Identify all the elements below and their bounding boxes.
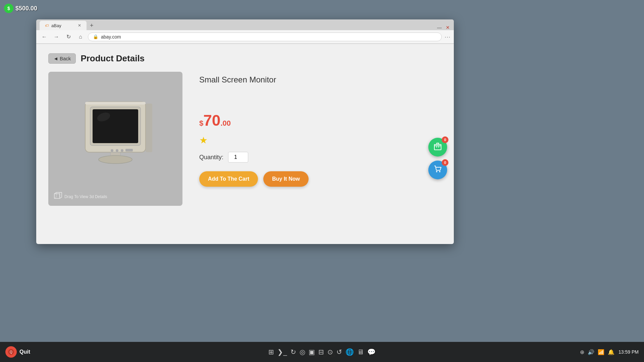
browser-nav-bar: ← → ↻ ⌂ 🔒 abay.com ⋯ xyxy=(36,30,454,44)
star-rating: ★ xyxy=(199,135,442,146)
home-button[interactable]: ⌂ xyxy=(76,32,85,42)
price-currency: $ xyxy=(199,119,203,127)
taskbar-left: Q Quit xyxy=(5,346,30,358)
tab-favicon: 🏷 xyxy=(45,23,49,27)
svg-point-4 xyxy=(111,149,113,152)
address-bar[interactable]: 🔒 abay.com xyxy=(88,33,442,41)
cart-icon xyxy=(433,165,442,175)
taskbar-icon-target[interactable]: ⊙ xyxy=(327,348,333,356)
taskbar-icon-grid[interactable]: ⊞ xyxy=(268,348,274,356)
taskbar-icon-chat[interactable]: 💬 xyxy=(367,348,376,356)
price-main: 70 xyxy=(203,112,220,129)
taskbar-right: ⊕ 🔊 📶 🔔 13:59 PM xyxy=(580,349,639,355)
product-image-container: Drag To View 3d Details xyxy=(48,72,182,206)
battery-icon: 🔔 xyxy=(608,349,614,355)
buy-now-button[interactable]: Buy It Now xyxy=(263,171,309,187)
add-to-cart-button[interactable]: Add To The Cart xyxy=(199,171,258,187)
bottom-taskbar: Q Quit ⊞ ❯_ ↻ ◎ ▣ ⊟ ⊙ ↺ 🌐 🖥 💬 ⊕ 🔊 📶 🔔 13… xyxy=(0,342,644,362)
svg-rect-13 xyxy=(434,144,441,150)
drag-hint-label: Drag To View 3d Details xyxy=(64,194,107,199)
svg-rect-7 xyxy=(125,149,133,152)
taskbar-icon-terminal[interactable]: ❯_ xyxy=(277,348,287,356)
fab-box-badge: 0 xyxy=(442,136,448,143)
page-title: Product Details xyxy=(80,53,145,64)
svg-rect-11 xyxy=(85,102,146,105)
money-amount: $500.00 xyxy=(15,5,37,12)
desktop-top-bar: $ $500.00 xyxy=(0,0,644,17)
svg-point-5 xyxy=(116,149,118,152)
svg-point-14 xyxy=(436,171,437,172)
svg-point-15 xyxy=(439,171,440,172)
minimize-button[interactable]: — xyxy=(436,25,443,30)
taskbar-icon-monitor[interactable]: 🖥 xyxy=(357,348,364,356)
new-tab-button[interactable]: + xyxy=(87,21,96,30)
taskbar-icon-arrows[interactable]: ↺ xyxy=(336,348,342,356)
taskbar-icon-minus-rect[interactable]: ⊟ xyxy=(318,348,324,356)
star-icon: ★ xyxy=(199,135,208,145)
quit-button[interactable]: Q Quit xyxy=(5,346,30,358)
svg-point-9 xyxy=(99,156,132,164)
close-button[interactable]: ✕ xyxy=(444,25,451,30)
nav-extra: ⋯ xyxy=(444,33,450,41)
taskbar-icon-globe[interactable]: 🌐 xyxy=(345,348,354,356)
product-page: ◄ Back Product Details xyxy=(36,44,454,215)
action-buttons: Add To The Cart Buy It Now xyxy=(199,171,442,187)
taskbar-icon-rect[interactable]: ▣ xyxy=(309,348,315,356)
money-badge: $ $500.00 xyxy=(4,4,37,13)
taskbar-icon-refresh[interactable]: ↻ xyxy=(290,348,296,356)
forward-nav-button[interactable]: → xyxy=(52,32,61,42)
wifi-icon: 📶 xyxy=(598,349,604,355)
drag-hint: Drag To View 3d Details xyxy=(53,191,107,202)
product-details: Small Screen Monitor $70.00 ★ Quantity: xyxy=(199,72,442,187)
money-icon: $ xyxy=(4,4,13,13)
address-url: abay.com xyxy=(101,34,121,40)
quit-icon: Q xyxy=(5,346,17,358)
product-name: Small Screen Monitor xyxy=(199,75,442,84)
back-nav-button[interactable]: ← xyxy=(40,32,49,42)
quit-label: Quit xyxy=(19,349,30,355)
lock-icon: 🔒 xyxy=(93,34,98,39)
time-display: 13:59 PM xyxy=(619,349,639,355)
refresh-button[interactable]: ↻ xyxy=(64,32,73,42)
svg-text:Q: Q xyxy=(10,350,12,354)
fab-cart-button[interactable]: 0 xyxy=(428,161,447,179)
browser-tab-bar: 🏷 aBay ✕ + — ✕ xyxy=(36,19,454,30)
page-header: ◄ Back Product Details xyxy=(48,53,442,64)
box-icon xyxy=(433,142,442,153)
tab-label: aBay xyxy=(51,23,61,28)
quantity-label: Quantity: xyxy=(199,154,223,161)
product-image-3d xyxy=(48,72,182,206)
fab-cart-badge: 0 xyxy=(442,159,448,166)
back-button[interactable]: ◄ Back xyxy=(48,53,76,64)
fab-box-button[interactable]: 0 xyxy=(428,138,447,157)
monitor-svg xyxy=(68,92,162,186)
browser-content: ◄ Back Product Details xyxy=(36,44,454,244)
svg-rect-2 xyxy=(93,109,138,143)
product-price: $70.00 xyxy=(199,111,442,129)
taskbar-icon-circle[interactable]: ◎ xyxy=(300,348,305,356)
taskbar-center: ⊞ ❯_ ↻ ◎ ▣ ⊟ ⊙ ↺ 🌐 🖥 💬 xyxy=(268,348,375,356)
quantity-row: Quantity: xyxy=(199,152,442,163)
display-icon: ⊕ xyxy=(580,349,584,355)
browser-window: 🏷 aBay ✕ + — ✕ ← → ↻ ⌂ 🔒 abay.com ⋯ xyxy=(36,19,454,244)
rotate-3d-icon xyxy=(53,191,62,202)
window-controls: — ✕ xyxy=(436,25,451,30)
quantity-input[interactable] xyxy=(228,152,248,163)
price-cents: .00 xyxy=(220,119,231,127)
browser-tab-abay[interactable]: 🏷 aBay ✕ xyxy=(40,21,87,30)
volume-icon: 🔊 xyxy=(588,349,594,355)
tab-close-button[interactable]: ✕ xyxy=(78,23,81,28)
floating-actions: 0 0 xyxy=(428,138,447,179)
svg-rect-10 xyxy=(146,104,152,152)
product-layout: Drag To View 3d Details Small Screen Mon… xyxy=(48,72,442,206)
system-icons: ⊕ 🔊 📶 🔔 xyxy=(580,349,614,355)
browser-chrome: 🏷 aBay ✕ + — ✕ ← → ↻ ⌂ 🔒 abay.com ⋯ xyxy=(36,19,454,44)
svg-point-6 xyxy=(121,149,123,152)
